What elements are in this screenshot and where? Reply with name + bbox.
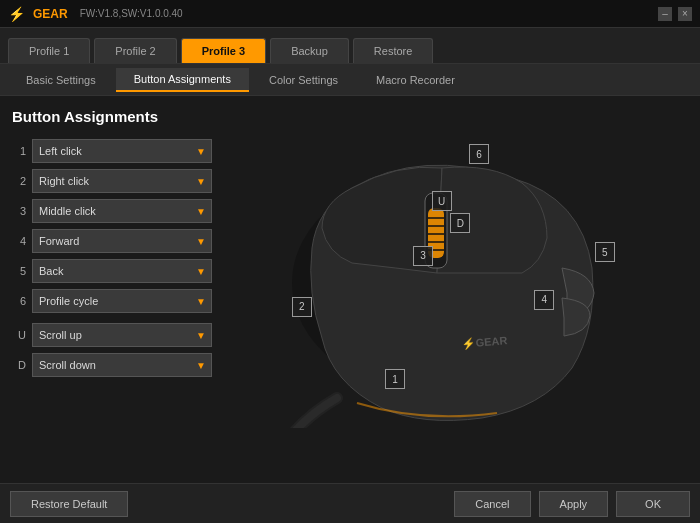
assignment-select-wrapper-4: Forward▼: [32, 229, 212, 253]
assignment-select-3[interactable]: Middle click: [32, 199, 212, 223]
profile-tab-profile1[interactable]: Profile 1: [8, 38, 90, 63]
scroll-assignment-num-D: D: [12, 359, 26, 371]
assignment-select-wrapper-1: Left click▼: [32, 139, 212, 163]
assignment-num-4: 4: [12, 235, 26, 247]
title-controls: – ×: [658, 7, 692, 21]
mouse-badge-5[interactable]: 5: [595, 242, 615, 262]
scroll-assignment-select-U[interactable]: Scroll up: [32, 323, 212, 347]
assignment-select-6[interactable]: Profile cycle: [32, 289, 212, 313]
mouse-graphic: ⚡GEAR: [222, 108, 602, 428]
main-content: Button Assignments 1Left click▼2Right cl…: [0, 96, 700, 483]
assignment-select-wrapper-5: Back▼: [32, 259, 212, 283]
mouse-badge-3[interactable]: 3: [413, 246, 433, 266]
left-panel: Button Assignments 1Left click▼2Right cl…: [12, 108, 212, 471]
mouse-svg-container: ⚡GEAR 1 2 3 4 5 6 U D: [222, 108, 688, 471]
assignments-list: 1Left click▼2Right click▼3Middle click▼4…: [12, 139, 212, 313]
assignment-row-6: 6Profile cycle▼: [12, 289, 212, 313]
assignment-select-wrapper-3: Middle click▼: [32, 199, 212, 223]
assignment-select-4[interactable]: Forward: [32, 229, 212, 253]
mouse-badge-U[interactable]: U: [432, 191, 452, 211]
scroll-select-wrapper-U: Scroll up▼: [32, 323, 212, 347]
mouse-badge-1[interactable]: 1: [385, 369, 405, 389]
title-left: ⚡ GEAR FW:V1.8,SW:V1.0.0.40: [8, 6, 183, 22]
bottom-bar: Restore Default Cancel Apply OK: [0, 483, 700, 523]
title-bar: ⚡ GEAR FW:V1.8,SW:V1.0.0.40 – ×: [0, 0, 700, 28]
mouse-badge-6[interactable]: 6: [469, 144, 489, 164]
right-buttons: Cancel Apply OK: [454, 491, 690, 517]
assignment-num-1: 1: [12, 145, 26, 157]
sub-tab-buttons[interactable]: Button Assignments: [116, 68, 249, 92]
mouse-badge-D[interactable]: D: [450, 213, 470, 233]
assignment-row-1: 1Left click▼: [12, 139, 212, 163]
assignment-select-1[interactable]: Left click: [32, 139, 212, 163]
sub-tab-bar: Basic SettingsButton AssignmentsColor Se…: [0, 64, 700, 96]
assignment-num-5: 5: [12, 265, 26, 277]
scroll-assignment-num-U: U: [12, 329, 26, 341]
assignment-num-6: 6: [12, 295, 26, 307]
sub-tab-colors[interactable]: Color Settings: [251, 69, 356, 91]
scroll-assignment-row-U: UScroll up▼: [12, 323, 212, 347]
sub-tab-macro[interactable]: Macro Recorder: [358, 69, 473, 91]
assignment-select-5[interactable]: Back: [32, 259, 212, 283]
profile-tab-backup[interactable]: Backup: [270, 38, 349, 63]
assignment-num-2: 2: [12, 175, 26, 187]
firmware-version: FW:V1.8,SW:V1.0.0.40: [80, 8, 183, 19]
mouse-badge-2[interactable]: 2: [292, 297, 312, 317]
profile-tab-profile3[interactable]: Profile 3: [181, 38, 266, 63]
section-title: Button Assignments: [12, 108, 212, 125]
assignment-row-4: 4Forward▼: [12, 229, 212, 253]
assignment-num-3: 3: [12, 205, 26, 217]
profile-tab-restore[interactable]: Restore: [353, 38, 434, 63]
close-button[interactable]: ×: [678, 7, 692, 21]
assignment-row-3: 3Middle click▼: [12, 199, 212, 223]
sub-tab-basic[interactable]: Basic Settings: [8, 69, 114, 91]
logo-icon: ⚡: [8, 6, 25, 22]
apply-button[interactable]: Apply: [539, 491, 609, 517]
restore-default-button[interactable]: Restore Default: [10, 491, 128, 517]
profile-tab-bar: Profile 1Profile 2Profile 3BackupRestore: [0, 28, 700, 64]
assignment-select-2[interactable]: Right click: [32, 169, 212, 193]
profile-tab-profile2[interactable]: Profile 2: [94, 38, 176, 63]
app-name: GEAR: [33, 7, 68, 21]
scroll-assignment-row-D: DScroll down▼: [12, 353, 212, 377]
minimize-button[interactable]: –: [658, 7, 672, 21]
mouse-badge-4[interactable]: 4: [534, 290, 554, 310]
assignment-select-wrapper-6: Profile cycle▼: [32, 289, 212, 313]
assignment-row-5: 5Back▼: [12, 259, 212, 283]
cancel-button[interactable]: Cancel: [454, 491, 530, 517]
scroll-section: UScroll up▼DScroll down▼: [12, 323, 212, 377]
mouse-area: ⚡GEAR 1 2 3 4 5 6 U D: [222, 108, 688, 471]
assignment-select-wrapper-2: Right click▼: [32, 169, 212, 193]
scroll-assignment-select-D[interactable]: Scroll down: [32, 353, 212, 377]
assignment-row-2: 2Right click▼: [12, 169, 212, 193]
scroll-select-wrapper-D: Scroll down▼: [32, 353, 212, 377]
ok-button[interactable]: OK: [616, 491, 690, 517]
